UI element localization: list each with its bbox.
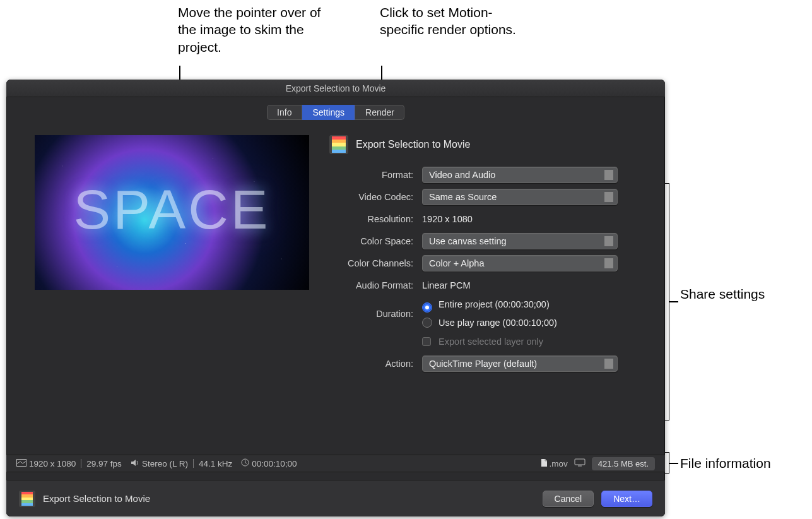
motion-app-icon [329,135,348,154]
footer-audio: Stereo (L R) [142,459,188,468]
tab-settings[interactable]: Settings [302,105,355,120]
format-select[interactable]: Video and Audio [422,167,618,183]
radio-range-label: Use play range (00:00:10;00) [438,318,557,328]
colorspace-select[interactable]: Use canvas setting [422,233,618,249]
footer-dims: 1920 x 1080 [29,459,76,468]
colorchannels-value: Color + Alpha [429,258,484,268]
action-bar: Export Selection to Movie Cancel Next… [6,480,665,516]
preview-thumbnail[interactable]: SPACE [35,135,309,290]
preview-overlay-text: SPACE [35,177,309,242]
footer-srate: 44.1 kHz [199,459,232,468]
speaker-icon [131,459,139,468]
action-bar-title: Export Selection to Movie [43,493,150,504]
label-audioformat: Audio Format: [328,280,413,290]
label-codec: Video Codec: [328,192,413,202]
action-value: QuickTime Player (default) [429,359,537,369]
updown-caret-icon [606,360,612,368]
cancel-button[interactable]: Cancel [543,491,594,507]
footer-ext: .mov [550,459,568,468]
resolution-value: 1920 x 1080 [422,214,473,224]
format-value: Video and Audio [429,170,495,180]
audioformat-value: Linear PCM [422,280,471,290]
callout-render: Click to set Motion-specific render opti… [380,4,519,39]
frame-icon [16,459,26,468]
label-resolution: Resolution: [328,214,413,224]
tab-segmented-control: Info Settings Render [267,105,404,120]
export-layer-label: Export selected layer only [438,337,543,347]
motion-app-icon [19,491,35,507]
clock-icon [241,458,249,468]
codec-value: Same as Source [429,192,497,202]
label-action: Action: [328,359,413,369]
tab-info[interactable]: Info [267,105,302,120]
file-icon [541,458,548,469]
updown-caret-icon [606,171,612,179]
radio-entire-label: Entire project (00:00:30;00) [438,299,550,309]
footer-duration: 00:00:10;00 [252,459,297,468]
updown-caret-icon [606,237,612,246]
footer-fps: 29.97 fps [86,459,122,468]
callout-skim: Move the pointer over of the image to sk… [178,4,323,56]
codec-select[interactable]: Same as Source [422,189,618,205]
updown-caret-icon [606,193,612,201]
label-format: Format: [328,170,413,180]
radio-entire-project[interactable] [422,302,432,313]
window-title: Export Selection to Movie [6,80,665,97]
tab-render[interactable]: Render [355,105,404,120]
radio-play-range[interactable] [422,318,432,328]
callout-file-info: File information [680,455,771,472]
colorchannels-select[interactable]: Color + Alpha [422,255,618,271]
panel-heading: Export Selection to Movie [356,139,470,150]
export-dialog: Export Selection to Movie Info Settings … [6,80,665,516]
label-colorchannels: Color Channels: [328,258,413,268]
footer-size-pill: 421.5 MB est. [592,457,655,470]
colorspace-value: Use canvas setting [429,236,507,246]
updown-caret-icon [606,260,612,268]
export-layer-checkbox [422,337,431,346]
file-info-bar: 1920 x 1080 29.97 fps Stereo (L R) 44.1 … [6,455,665,472]
display-icon [574,458,585,468]
action-select[interactable]: QuickTime Player (default) [422,355,618,372]
label-duration: Duration: [328,309,413,319]
callout-share-settings: Share settings [680,285,765,302]
next-button[interactable]: Next… [601,491,652,507]
svg-rect-2 [575,459,585,465]
label-colorspace: Color Space: [328,236,413,246]
